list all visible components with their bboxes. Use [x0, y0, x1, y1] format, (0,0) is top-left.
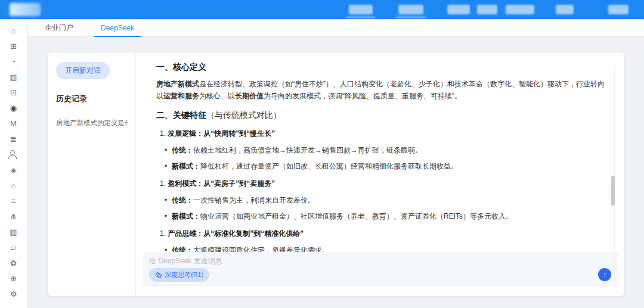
bullet-label: 新模式：: [172, 162, 200, 170]
scrollbar-thumb[interactable]: [611, 176, 615, 206]
home-icon[interactable]: ⌂: [0, 181, 27, 190]
apps-icon[interactable]: ⊞: [0, 42, 27, 51]
bullet-text: 降低杠杆，通过存量资产（如旧改、长租公寓）经营和精细化服务获取长期收益。: [200, 162, 458, 170]
redacted-nav-item[interactable]: [556, 5, 574, 14]
section-heading-key-features: 二、关键特征（与传统模式对比）: [156, 110, 609, 121]
feature-title-text: 产品思维：从“标准化复制”到“精准化供给”: [168, 229, 304, 238]
feature-item: 1. 发展逻辑：从“快周转”到“慢生长” 传统：依赖土地红利，高负债拿地→快速开…: [156, 129, 609, 171]
globe-icon[interactable]: ⊕: [0, 274, 27, 283]
atom-icon: [155, 272, 162, 279]
text-run: 房地产新模式: [156, 80, 199, 88]
redacted-nav-item[interactable]: [398, 5, 423, 14]
barcode-icon[interactable]: ▥: [0, 228, 27, 237]
deepseek-chat-card: 开启新对话 历史记录 房地产新模式的定义是什么 一、核心定义 房地产新模式是在经…: [48, 52, 624, 296]
text-run: 运营和服务: [163, 92, 199, 100]
sidebar-icon-rail: ⌂ ⊞ ◔ ▥ ⊡ ◉ M ≣ ◈ ⌂ ≡ ⋔ ▥ ▱ ✿ ⊕ ⚙: [0, 19, 27, 308]
history-title: 历史记录: [56, 94, 128, 104]
bullet-label: 传统：: [172, 196, 193, 204]
chat-response-area: 一、核心定义 房地产新模式是在经济转型、政策调控（如“房住不炒”）、人口结构变化…: [136, 52, 624, 252]
redacted-nav-item[interactable]: [349, 5, 373, 14]
list-number: 1.: [160, 129, 166, 138]
text-run: 为核心、以: [199, 92, 235, 100]
list-number: 1.: [160, 229, 166, 238]
send-button[interactable]: ↑: [598, 268, 611, 281]
list-icon[interactable]: ≣: [0, 135, 27, 144]
heading-text: 二、关键特征: [156, 110, 206, 120]
tab-bar: 企业门户 DeepSeek: [28, 19, 644, 37]
bullet-line: 传统：大规模建设同质化住宅，忽视差异化需求。: [165, 245, 609, 252]
list-number: 1.: [160, 179, 166, 188]
tab-enterprise-portal[interactable]: 企业门户: [36, 19, 82, 37]
user-icon[interactable]: [0, 150, 27, 159]
m-letter-icon[interactable]: M: [0, 119, 27, 128]
feature-item: 1. 产品思维：从“标准化复制”到“精准化供给” 传统：大规模建设同质化住宅，忽…: [156, 229, 609, 252]
history-item[interactable]: 房地产新模式的定义是什么: [56, 119, 128, 127]
scrollbar-track[interactable]: [611, 64, 615, 291]
feature-item: 1. 盈利模式：从“卖房子”到“卖服务” 传统：一次性销售为主，利润来自开发差价…: [156, 179, 609, 221]
pie-chart-icon[interactable]: ◔: [0, 57, 27, 66]
text-run: 长期价值: [235, 92, 264, 100]
bullet-line: 传统：依赖土地红利，高负债拿地→快速开发→销售回款→再扩张，链条脆弱。: [165, 145, 609, 155]
conversation-panel: 开启新对话 历史记录 房地产新模式的定义是什么: [48, 52, 136, 296]
bullet-label: 传统：: [172, 146, 193, 154]
bullet-line: 传统：一次性销售为主，利润来自开发差价。: [165, 195, 609, 205]
bullet-text: 大规模建设同质化住宅，忽视差异化需求。: [193, 246, 329, 252]
settings-icon[interactable]: ⚙: [0, 290, 27, 298]
feature-title: 1. 盈利模式：从“卖房子”到“卖服务”: [160, 179, 609, 189]
heading-suffix: （与传统模式对比）: [206, 110, 281, 120]
folder-add-icon[interactable]: ⊡: [0, 88, 27, 97]
layers-icon[interactable]: ≡: [0, 197, 27, 206]
redacted-nav-item[interactable]: [506, 5, 534, 14]
feature-title-text: 发展逻辑：从“快周转”到“慢生长”: [168, 129, 275, 138]
redacted-nav-item[interactable]: [477, 5, 497, 14]
message-input[interactable]: [149, 256, 531, 268]
globe-dark-icon[interactable]: ◉: [0, 104, 27, 113]
core-definition-paragraph: 房地产新模式是在经济转型、政策调控（如“房住不炒”）、人口结构变化（老龄化、少子…: [156, 78, 609, 102]
bullet-text: 依赖土地红利，高负债拿地→快速开发→销售回款→再扩张，链条脆弱。: [193, 146, 422, 154]
tab-deepseek[interactable]: DeepSeek: [92, 19, 143, 37]
sitemap-icon[interactable]: ⋔: [0, 212, 27, 221]
barcode-icon[interactable]: ▥: [0, 73, 27, 82]
section-heading-core-definition: 一、核心定义: [156, 62, 609, 73]
main-content: 开启新对话 历史记录 房地产新模式的定义是什么 一、核心定义 房地产新模式是在经…: [28, 37, 644, 308]
feature-title: 1. 发展逻辑：从“快周转”到“慢生长”: [160, 129, 609, 139]
bullet-line: 新模式：降低杠杆，通过存量资产（如旧改、长租公寓）经营和精细化服务获取长期收益。: [165, 161, 609, 171]
deep-think-button[interactable]: 深度思考(R1): [149, 268, 209, 282]
new-chat-button[interactable]: 开启新对话: [56, 62, 110, 79]
deep-think-label: 深度思考(R1): [165, 270, 203, 279]
shield-icon[interactable]: ◈: [0, 166, 27, 175]
home-icon[interactable]: ⌂: [0, 26, 27, 35]
redacted-nav-item[interactable]: [447, 5, 470, 14]
message-composer: 深度思考(R1) ↑: [143, 252, 618, 287]
arrow-up-icon: ↑: [603, 270, 607, 279]
folder-open-icon[interactable]: ▱: [0, 243, 27, 252]
top-bar: [0, 0, 644, 19]
bullet-line: 新模式：物业运营（如商业地产租金）、社区增值服务（养老、教育）、资产证券化（RE…: [165, 211, 609, 221]
bullet-label: 传统：: [172, 246, 193, 252]
badge-icon[interactable]: ✿: [0, 259, 27, 267]
bullet-text: 一次性销售为主，利润来自开发差价。: [193, 196, 315, 204]
text-run: 为导向的发展模式，强调“降风险、提质量、重服务、可持续”。: [264, 92, 462, 100]
bullet-label: 新模式：: [172, 212, 200, 220]
feature-title: 1. 产品思维：从“标准化复制”到“精准化供给”: [160, 229, 609, 239]
feature-title-text: 盈利模式：从“卖房子”到“卖服务”: [168, 179, 275, 188]
app-logo: [10, 3, 41, 16]
bullet-text: 物业运营（如商业地产租金）、社区增值服务（养老、教育）、资产证券化（REITs）…: [200, 212, 513, 220]
redacted-user-item[interactable]: [608, 5, 628, 14]
